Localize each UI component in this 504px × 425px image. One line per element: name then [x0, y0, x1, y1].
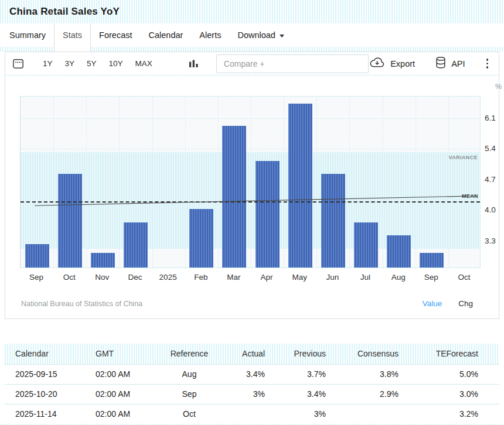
- table-cell: 2.9%: [348, 384, 421, 404]
- export-button[interactable]: Export: [369, 57, 415, 71]
- table-cell: 02:00 AM: [84, 384, 151, 404]
- table-cell: 3.7%: [286, 364, 348, 384]
- tab-summary[interactable]: Summary: [0, 23, 54, 47]
- table-cell: [227, 404, 286, 424]
- x-tick-label: Oct: [53, 273, 86, 282]
- x-tick-label: Aug: [382, 273, 415, 282]
- api-button[interactable]: API: [435, 56, 465, 71]
- kebab-menu-icon[interactable]: [485, 57, 490, 70]
- table-cell: 3.8%: [348, 364, 421, 384]
- table-row[interactable]: 2025-11-1402:00 AMOct3%3.2%: [5, 404, 499, 424]
- plot-area: VARIANCEMEAN: [20, 96, 481, 268]
- column-header-calendar: Calendar: [5, 344, 84, 364]
- range-selector: 1Y 3Y 5Y 10Y MAX: [43, 59, 152, 68]
- x-tick-label: Jun: [316, 273, 349, 282]
- table-cell: 2025-09-15: [5, 364, 84, 384]
- api-label: API: [451, 59, 465, 68]
- table-header-row: CalendarGMTReferenceActualPreviousConsen…: [5, 344, 499, 364]
- table-cell: 3.4%: [227, 364, 286, 384]
- tab-forecast[interactable]: Forecast: [91, 23, 140, 47]
- column-header-actual: Actual: [227, 344, 286, 364]
- x-tick-label: Nov: [86, 273, 118, 282]
- x-tick-label: Feb: [185, 273, 217, 282]
- column-header-gmt: GMT: [84, 344, 151, 364]
- mean-label: MEAN: [462, 193, 478, 199]
- range-5y[interactable]: 5Y: [87, 59, 97, 68]
- trend-line: [21, 97, 481, 269]
- table-cell: Sep: [151, 384, 227, 404]
- y-axis-labels: 6.15.44.74.03.3: [485, 96, 502, 268]
- x-tick-label: Sep: [20, 273, 53, 282]
- column-header-reference: Reference: [151, 344, 227, 364]
- variance-label: VARIANCE: [448, 155, 478, 160]
- y-tick-label: 3.3: [485, 237, 496, 245]
- chevron-down-icon: [280, 35, 284, 37]
- table-cell: 2025-10-20: [5, 384, 84, 404]
- y-axis-unit: %: [495, 83, 502, 91]
- range-max[interactable]: MAX: [135, 59, 152, 68]
- table-row[interactable]: 2025-10-2002:00 AMSep3%3.4%2.9%3.0%: [5, 384, 499, 404]
- table-cell: 02:00 AM: [84, 404, 151, 424]
- chart: VARIANCEMEAN SepOctNovDec2025FebMarAprMa…: [5, 76, 499, 292]
- x-axis-labels: SepOctNovDec2025FebMarAprMayJunJulAugSep…: [20, 273, 481, 285]
- x-tick-label: Dec: [119, 273, 152, 282]
- chart-footer: National Bureau of Statistics of China V…: [5, 292, 499, 320]
- range-3y[interactable]: 3Y: [65, 59, 75, 68]
- compare-input[interactable]: [216, 54, 369, 73]
- range-1y[interactable]: 1Y: [43, 59, 53, 68]
- x-tick-label: May: [283, 273, 316, 282]
- table-cell: 3%: [286, 404, 348, 424]
- x-tick-label: Jul: [349, 273, 382, 282]
- source-label: National Bureau of Statistics of China: [21, 300, 142, 308]
- y-tick-label: 5.4: [485, 144, 496, 153]
- page-title: China Retail Sales YoY: [9, 6, 120, 18]
- table-cell: 3.0%: [421, 384, 499, 404]
- tab-download[interactable]: Download: [229, 23, 292, 47]
- y-tick-label: 4.0: [485, 205, 496, 214]
- chg-toggle[interactable]: Chg: [458, 299, 473, 308]
- column-header-teforecast: TEForecast: [421, 344, 499, 364]
- tab-download-label: Download: [237, 30, 275, 40]
- title-bar: China Retail Sales YoY: [0, 0, 504, 23]
- tab-calendar[interactable]: Calendar: [141, 23, 192, 47]
- table-cell: 2025-11-14: [5, 404, 84, 424]
- tab-bar: Summary Stats Forecast Calendar Alerts D…: [0, 23, 504, 47]
- table-cell: 5.0%: [421, 364, 499, 384]
- column-header-previous: Previous: [286, 344, 348, 364]
- calendar-table: CalendarGMTReferenceActualPreviousConsen…: [5, 344, 499, 424]
- column-header-consensus: Consensus: [348, 344, 421, 364]
- bar-chart-icon[interactable]: [189, 59, 199, 69]
- x-tick-label: Apr: [250, 273, 283, 282]
- table-cell: 02:00 AM: [84, 364, 151, 384]
- x-tick-label: Sep: [415, 273, 448, 282]
- y-tick-label: 6.1: [485, 114, 496, 122]
- export-label: Export: [390, 59, 415, 68]
- table-cell: 3.4%: [286, 384, 348, 404]
- table-cell: Oct: [151, 404, 227, 424]
- table-cell: Aug: [151, 364, 227, 384]
- x-tick-label: Oct: [448, 273, 481, 282]
- value-toggle[interactable]: Value: [423, 299, 442, 308]
- x-tick-label: 2025: [152, 273, 185, 282]
- table-row[interactable]: 2025-09-1502:00 AMAug3.4%3.7%3.8%5.0%: [5, 364, 499, 384]
- chart-toolbar: 1Y 3Y 5Y 10Y MAX: [5, 52, 499, 76]
- tab-stats[interactable]: Stats: [54, 23, 91, 52]
- database-icon: [435, 56, 447, 71]
- range-10y[interactable]: 10Y: [109, 59, 123, 68]
- cloud-download-icon: [369, 57, 386, 71]
- tab-alerts[interactable]: Alerts: [191, 23, 229, 47]
- chart-card: 1Y 3Y 5Y 10Y MAX: [5, 52, 499, 319]
- x-tick-label: Mar: [217, 273, 250, 282]
- y-tick-label: 4.7: [485, 175, 496, 184]
- table-cell: 3.2%: [421, 404, 499, 424]
- table-cell: 3%: [227, 384, 286, 404]
- page: China Retail Sales YoY Summary Stats For…: [0, 0, 504, 425]
- calendar-icon[interactable]: [12, 58, 24, 70]
- table-cell: [348, 404, 421, 424]
